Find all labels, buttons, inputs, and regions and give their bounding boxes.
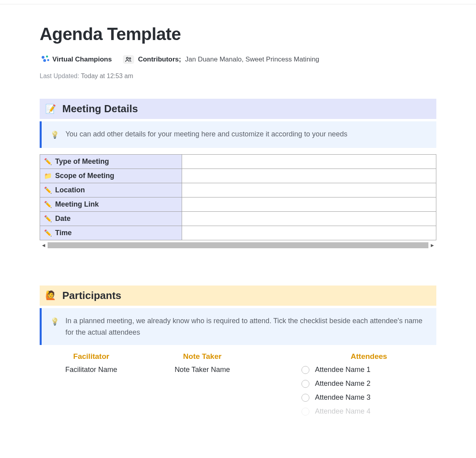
table-row: ✏️ Time [40, 226, 436, 240]
horizontal-scrollbar[interactable]: ◄ ► [40, 241, 436, 250]
pencil-icon: ✏️ [44, 201, 52, 208]
table-row: ✏️ Date [40, 211, 436, 226]
table-row: 📁 Scope of Meeting [40, 169, 436, 183]
meeting-details-table: ✏️ Type of Meeting 📁 Scope of Meeting [40, 154, 436, 240]
facilitator-header: Facilitator [40, 352, 143, 361]
value-cell[interactable] [182, 226, 436, 240]
facilitator-column: Facilitator Facilitator Name [40, 352, 143, 421]
note-taker-column: Note Taker Note Taker Name [151, 352, 254, 421]
attendee-row: Attendee Name 1 [301, 366, 436, 374]
page-title: Agenda Template [40, 24, 436, 44]
value-cell[interactable] [182, 197, 436, 211]
callout-meeting-details: 💡 You can add other details for your mee… [40, 121, 436, 148]
note-taker-header: Note Taker [151, 352, 254, 361]
row-label: Type of Meeting [55, 157, 109, 166]
attendee-name[interactable]: Attendee Name 3 [315, 393, 370, 402]
attendee-row: Attendee Name 2 [301, 379, 436, 388]
value-cell[interactable] [182, 169, 436, 183]
attendee-name[interactable]: Attendee Name 1 [315, 366, 370, 374]
attendee-name[interactable]: Attendee Name 4 [315, 407, 370, 416]
section-header-participants: 🙋 Participants [40, 286, 436, 306]
attendee-checkbox[interactable] [301, 366, 309, 374]
attendee-row: Attendee Name 4 [301, 407, 436, 416]
workspace-chip[interactable]: Virtual Champions [40, 55, 112, 64]
attendee-checkbox[interactable] [301, 408, 309, 416]
lightbulb-icon: 💡 [50, 316, 59, 328]
page-container: Agenda Template Virtual Champions Contri… [0, 4, 476, 437]
memo-icon: 📝 [45, 104, 56, 114]
table-row: ✏️ Location [40, 183, 436, 197]
section-title: Meeting Details [62, 103, 138, 115]
workspace-name: Virtual Champions [52, 56, 112, 63]
contributors-value: Jan Duane Manalo, Sweet Princess Matinin… [185, 56, 319, 63]
table-row: ✏️ Type of Meeting [40, 154, 436, 169]
pencil-icon: ✏️ [44, 186, 52, 194]
contributors-label: Contributors; [138, 56, 181, 63]
value-cell[interactable] [182, 211, 436, 226]
table-row: ✏️ Meeting Link [40, 197, 436, 211]
note-taker-value[interactable]: Note Taker Name [151, 366, 254, 374]
attendee-name[interactable]: Attendee Name 2 [315, 379, 370, 388]
callout-text: You can add other details for your meeti… [65, 128, 347, 140]
attendee-checkbox[interactable] [301, 380, 309, 388]
scroll-right-button[interactable]: ► [428, 241, 436, 250]
section-title: Participants [62, 289, 121, 302]
attendees-header: Attendees [301, 352, 436, 361]
pencil-icon: ✏️ [44, 158, 52, 165]
row-label: Scope of Meeting [55, 172, 114, 180]
workspace-icon [40, 55, 48, 64]
participants-grid: Facilitator Facilitator Name Note Taker … [40, 352, 436, 421]
value-cell[interactable] [182, 154, 436, 169]
label-cell-location: ✏️ Location [40, 183, 182, 197]
spacer [40, 250, 436, 286]
label-cell-type: ✏️ Type of Meeting [40, 154, 182, 169]
label-cell-link: ✏️ Meeting Link [40, 197, 182, 211]
label-cell-scope: 📁 Scope of Meeting [40, 169, 182, 183]
pencil-icon: ✏️ [44, 215, 52, 222]
svg-point-0 [126, 57, 128, 59]
last-updated-label: Last Updated: [40, 73, 79, 79]
row-label: Location [55, 186, 85, 194]
attendee-row: Attendee Name 3 [301, 393, 436, 402]
last-updated: Last Updated: Today at 12:53 am [40, 73, 436, 80]
contributors-icon [123, 55, 134, 64]
folder-icon: 📁 [44, 172, 52, 180]
svg-point-1 [129, 58, 131, 59]
row-label: Date [55, 215, 71, 223]
scroll-left-button[interactable]: ◄ [40, 241, 48, 250]
pencil-icon: ✏️ [44, 229, 52, 237]
value-cell[interactable] [182, 183, 436, 197]
label-cell-time: ✏️ Time [40, 226, 182, 240]
last-updated-value: Today at 12:53 am [81, 73, 133, 79]
scroll-track[interactable] [48, 242, 428, 248]
contributors-chip[interactable]: Contributors; Jan Duane Manalo, Sweet Pr… [123, 55, 319, 64]
attendees-column: Attendees Attendee Name 1 Attendee Name … [262, 352, 436, 421]
meta-row: Virtual Champions Contributors; Jan Duan… [40, 55, 436, 64]
row-label: Time [55, 229, 72, 237]
facilitator-value[interactable]: Facilitator Name [40, 366, 143, 374]
lightbulb-icon: 💡 [50, 129, 59, 141]
callout-participants: 💡 In a planned meeting, we already know … [40, 308, 436, 345]
attendee-checkbox[interactable] [301, 394, 309, 402]
section-header-meeting-details: 📝 Meeting Details [40, 99, 436, 119]
raised-hand-icon: 🙋 [45, 290, 56, 301]
label-cell-date: ✏️ Date [40, 211, 182, 226]
callout-text: In a planned meeting, we already know wh… [65, 315, 428, 338]
row-label: Meeting Link [55, 200, 99, 209]
